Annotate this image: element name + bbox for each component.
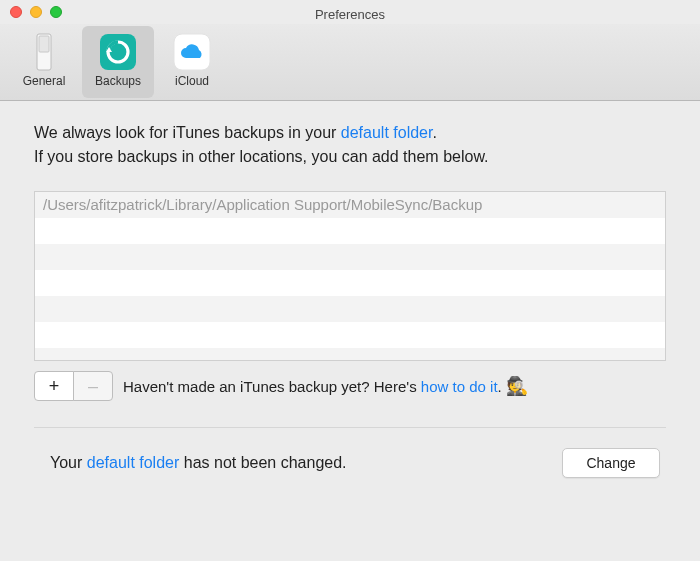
preferences-window: Preferences General Backups <box>0 0 700 561</box>
default-folder-link[interactable]: default folder <box>341 124 433 141</box>
intro-line-2: If you store backups in other locations,… <box>34 145 666 169</box>
tab-general[interactable]: General <box>8 26 80 98</box>
footer-suffix: has not been changed. <box>179 454 346 471</box>
list-item <box>35 218 665 244</box>
close-icon[interactable] <box>10 6 22 18</box>
list-item[interactable]: /Users/afitzpatrick/Library/Application … <box>35 192 665 218</box>
plus-icon: + <box>49 377 60 395</box>
tab-icloud[interactable]: iCloud <box>156 26 228 98</box>
intro-line-1: We always look for iTunes backups in you… <box>34 121 666 145</box>
remove-button: – <box>73 371 113 401</box>
detective-icon: 🕵️ <box>506 375 528 397</box>
backups-icon <box>98 32 138 72</box>
hint-suffix: . <box>498 378 502 395</box>
add-button[interactable]: + <box>34 371 74 401</box>
list-item <box>35 348 665 361</box>
zoom-icon[interactable] <box>50 6 62 18</box>
svg-rect-1 <box>39 36 49 52</box>
intro-prefix: We always look for iTunes backups in you… <box>34 124 341 141</box>
toolbar: General Backups iCloud <box>0 24 700 101</box>
list-item <box>35 322 665 348</box>
window-controls <box>10 6 62 18</box>
how-to-link[interactable]: how to do it <box>421 378 498 395</box>
tab-label: iCloud <box>175 74 209 88</box>
footer-row: Your default folder has not been changed… <box>34 428 666 478</box>
default-folder-link-2[interactable]: default folder <box>87 454 180 471</box>
list-item <box>35 296 665 322</box>
icloud-icon <box>172 32 212 72</box>
content: We always look for iTunes backups in you… <box>0 101 700 561</box>
titlebar: Preferences <box>0 0 700 24</box>
footer-text: Your default folder has not been changed… <box>50 454 562 472</box>
svg-rect-2 <box>100 34 136 70</box>
backup-paths-list[interactable]: /Users/afitzpatrick/Library/Application … <box>34 191 666 361</box>
change-label: Change <box>586 455 635 471</box>
window-title: Preferences <box>0 3 700 22</box>
minus-icon: – <box>88 377 98 395</box>
general-icon <box>24 32 64 72</box>
backup-hint: Haven't made an iTunes backup yet? Here'… <box>123 375 528 397</box>
tab-backups[interactable]: Backups <box>82 26 154 98</box>
hint-prefix: Haven't made an iTunes backup yet? Here'… <box>123 378 421 395</box>
minimize-icon[interactable] <box>30 6 42 18</box>
intro-suffix: . <box>432 124 436 141</box>
list-item <box>35 270 665 296</box>
list-item <box>35 244 665 270</box>
change-button[interactable]: Change <box>562 448 660 478</box>
tab-label: Backups <box>95 74 141 88</box>
list-controls: + – Haven't made an iTunes backup yet? H… <box>34 371 666 401</box>
footer-prefix: Your <box>50 454 87 471</box>
tab-label: General <box>23 74 66 88</box>
